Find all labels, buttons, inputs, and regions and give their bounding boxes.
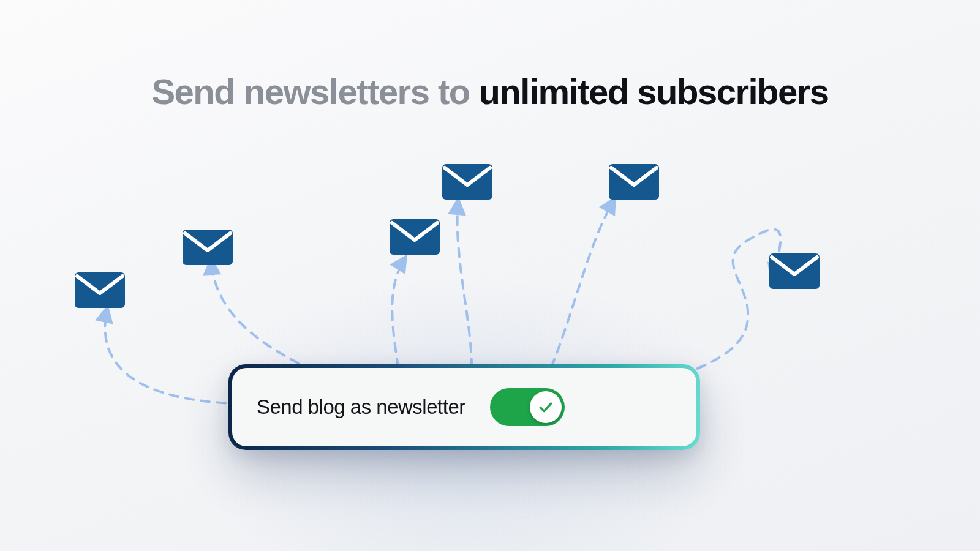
headline-strong: unlimited subscribers <box>478 72 828 111</box>
newsletter-toggle-card: Send blog as newsletter <box>228 364 700 450</box>
card-inner: Send blog as newsletter <box>232 368 696 446</box>
envelope-icon <box>390 219 440 255</box>
toggle-knob <box>530 391 562 423</box>
headline: Send newsletters to unlimited subscriber… <box>0 72 980 111</box>
envelope-icon <box>442 164 492 200</box>
headline-muted: Send newsletters to <box>151 72 478 111</box>
send-newsletter-toggle[interactable] <box>490 388 565 426</box>
envelope-icon <box>75 272 125 308</box>
envelope-icon <box>183 230 233 265</box>
toggle-label: Send blog as newsletter <box>257 395 466 419</box>
envelope-icon <box>609 164 659 200</box>
check-icon <box>538 399 554 415</box>
envelope-icon <box>769 253 820 289</box>
